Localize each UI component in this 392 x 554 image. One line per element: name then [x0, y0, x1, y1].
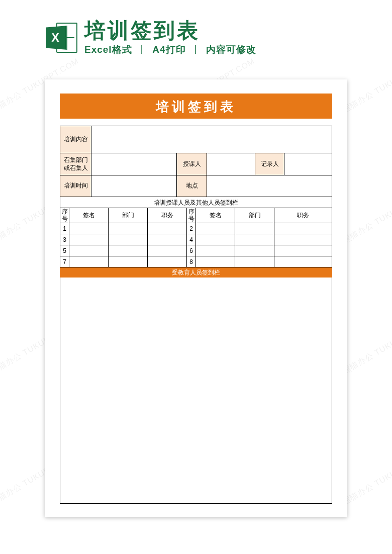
- label-time: 培训时间: [60, 175, 91, 197]
- dept-cell: [235, 256, 274, 267]
- template-subtitle: Excel格式 丨 A4打印 丨 内容可修改: [84, 43, 256, 56]
- sub-editable: 内容可修改: [206, 44, 256, 55]
- label-training-content: 培训内容: [60, 126, 91, 153]
- watermark: 熊猫办公 TUKUPPT.COM: [341, 448, 392, 508]
- role-cell: [274, 223, 332, 234]
- role-cell: [274, 256, 332, 267]
- watermark: 熊猫办公 TUKUPPT.COM: [341, 318, 392, 377]
- value-lecturer: [207, 153, 255, 175]
- col-dept: 部门: [235, 208, 274, 223]
- label-location: 地点: [177, 175, 207, 197]
- seq-cell: 1: [60, 223, 69, 234]
- document-preview: 培训签到表 培训内容 召集部门 或召集人 授课人 记录人 培训时间 地点: [45, 79, 347, 517]
- seq-cell: 7: [60, 256, 69, 267]
- dept-cell: [109, 245, 147, 256]
- sign-cell: [69, 245, 108, 256]
- value-organizer: [91, 153, 177, 175]
- divider-icon: 丨: [189, 44, 203, 55]
- col-seq: 序号: [187, 208, 195, 223]
- watermark: 熊猫办公 TUKUPPT.COM: [341, 187, 392, 246]
- seq-cell: 3: [60, 234, 69, 245]
- label-organizer: 召集部门 或召集人: [60, 153, 91, 175]
- col-sign: 签名: [196, 208, 235, 223]
- sign-cell: [69, 256, 108, 267]
- seq-cell: 8: [187, 256, 195, 267]
- col-dept: 部门: [109, 208, 147, 223]
- excel-icon: X: [45, 22, 77, 54]
- seq-cell: 2: [187, 223, 195, 234]
- instructor-signin-section: 培训授课人员及其他人员签到栏 序号 1 3 5 7 签名 部门: [60, 197, 332, 267]
- sign-cell: [196, 256, 235, 267]
- role-cell: [148, 234, 186, 245]
- sign-cell: [196, 234, 235, 245]
- dept-cell: [109, 223, 147, 234]
- template-title: 培训签到表: [84, 19, 256, 42]
- divider-icon: 丨: [135, 44, 149, 55]
- dept-cell: [235, 223, 274, 234]
- label-recorder: 记录人: [255, 153, 284, 175]
- role-cell: [274, 245, 332, 256]
- col-role: 职务: [274, 208, 332, 223]
- seq-cell: 4: [187, 234, 195, 245]
- value-training-content: [91, 126, 332, 153]
- info-block: 培训内容 召集部门 或召集人 授课人 记录人 培训时间 地点: [60, 126, 332, 197]
- sign-cell: [196, 223, 235, 234]
- dept-cell: [235, 234, 274, 245]
- col-seq: 序号: [60, 208, 69, 223]
- col-role: 职务: [148, 208, 186, 223]
- value-recorder: [284, 153, 332, 175]
- dept-cell: [109, 256, 147, 267]
- sub-print: A4打印: [152, 44, 185, 55]
- role-cell: [148, 256, 186, 267]
- trainee-signin-title: 受教育人员签到栏: [60, 267, 332, 278]
- excel-icon-letter: X: [46, 26, 66, 49]
- seq-cell: 6: [187, 245, 195, 256]
- doc-title-bar: 培训签到表: [60, 94, 332, 119]
- value-location: [207, 175, 332, 197]
- role-cell: [148, 223, 186, 234]
- instructor-signin-title: 培训授课人员及其他人员签到栏: [60, 197, 332, 208]
- sign-cell: [69, 223, 108, 234]
- sign-cell: [196, 245, 235, 256]
- dept-cell: [109, 234, 147, 245]
- dept-cell: [235, 245, 274, 256]
- value-time: [91, 175, 177, 197]
- label-lecturer: 授课人: [177, 153, 207, 175]
- seq-cell: 5: [60, 245, 69, 256]
- trainee-signin-area: [60, 278, 332, 504]
- role-cell: [148, 245, 186, 256]
- watermark: 熊猫办公 TUKUPPT.COM: [341, 56, 392, 116]
- sub-format: Excel格式: [84, 44, 132, 55]
- sign-cell: [69, 234, 108, 245]
- template-header: X 培训签到表 Excel格式 丨 A4打印 丨 内容可修改: [0, 15, 392, 60]
- role-cell: [274, 234, 332, 245]
- col-sign: 签名: [69, 208, 108, 223]
